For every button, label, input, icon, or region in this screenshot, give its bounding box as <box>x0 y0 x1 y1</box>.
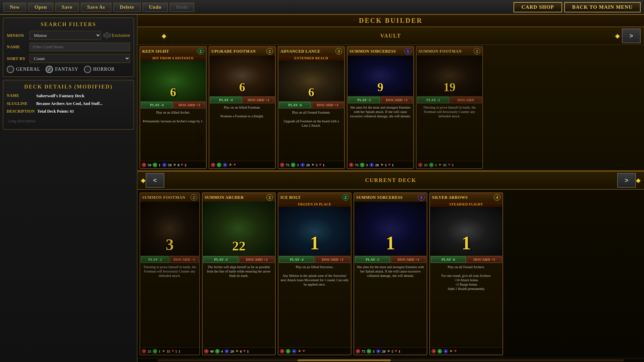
card-discard-btn-upgrade-footman[interactable]: DISCARD +2 <box>243 97 274 103</box>
deck-card-summon-footman[interactable]: Summon Footman 2 3 PLAY -2 DISCARD +2 Th… <box>140 192 200 355</box>
d-stat-20: 20 <box>230 349 234 353</box>
d-green-2: ● <box>215 349 220 354</box>
d-stat-20b: 20 <box>382 349 386 353</box>
general-label: General <box>16 67 40 72</box>
deck-card-ice-bolt[interactable]: Ice Bolt 2 Frozen In Place 1 PLAY -4 DIS… <box>278 192 352 355</box>
vault-card-upgrade-footman[interactable]: Upgrade Footman 2 6 PLAY -4 DISCARD +2 P… <box>209 46 276 169</box>
card-play-btn-summon-sorceress[interactable]: PLAY -5 <box>348 97 380 103</box>
d-stat-75b: 75 <box>362 349 365 353</box>
deck-right-gem: ◆ <box>636 177 641 184</box>
card-stats-keen-sight: ★ 50 ● 1 ◆ 50 ➤ 8 ♥ 2 <box>140 161 206 168</box>
deck-card-play-btn-summon-footman[interactable]: PLAY -2 <box>141 256 169 263</box>
stat-50b: 50 <box>168 163 172 167</box>
d-stat-35: 35 <box>167 349 170 353</box>
name-input[interactable] <box>30 43 130 51</box>
card-play-discard-advanced-lance: PLAY -6 DISCARD +3 <box>278 101 344 109</box>
saveas-button[interactable]: Save As <box>81 3 111 12</box>
minion-select[interactable]: Minion Spell Enchantment <box>30 31 101 40</box>
deck-card-discard-btn-summon-sorceress[interactable]: DISCARD +3 <box>391 256 426 263</box>
genre-row: General ✓ Fantasy Horror <box>7 66 130 73</box>
save-button[interactable]: Save <box>55 3 79 12</box>
genre-general[interactable]: General <box>7 66 40 73</box>
card-play-btn-keen-sight[interactable]: PLAY -4 <box>141 102 173 108</box>
cardshop-button[interactable]: Card Shop <box>514 2 562 12</box>
card-header-upgrade-footman: Upgrade Footman 2 <box>209 47 275 56</box>
card-play-btn-summon-footman[interactable]: PLAY -2 <box>417 97 449 103</box>
d-arrow-1: ➤ <box>162 349 165 354</box>
card-image-keen-sight: 6 <box>140 61 206 101</box>
deck-card-desc-silver-arrows: Play on all Owned Archers.For one round,… <box>430 263 502 347</box>
deck-card-play-btn-silver-arrows[interactable]: PLAY -6 <box>431 256 466 263</box>
deck-card-play-btn-summon-sorceress[interactable]: PLAY -5 <box>355 256 390 263</box>
card-discard-btn-summon-footman[interactable]: DISCARD <box>450 97 482 103</box>
deck-card-discard-btn-summon-archer[interactable]: DISCARD +2 <box>239 256 274 263</box>
deck-name-label: Name <box>7 93 34 98</box>
deck-slugline-row: Slugline Because Archers Are Cool, And S… <box>7 101 130 106</box>
d-stat-1b: 1 <box>178 349 180 353</box>
vault-card-summon-footman[interactable]: Summon Footman 2 19 PLAY -2 DISCARD Thir… <box>416 46 483 169</box>
deck-card-header-summon-archer: Summon Archer 2 <box>203 193 275 202</box>
deck-card-stats-summon-footman: ★ 25 ● 1 ➤ 35 ♥ 5 1 <box>140 347 199 355</box>
card-discard-btn-keen-sight[interactable]: DISCARD +3 <box>173 102 205 108</box>
vault-card-advanced-lance[interactable]: Advanced Lance 3 Extended Reach 6 PLAY -… <box>278 46 345 169</box>
new-button[interactable]: New <box>3 3 26 12</box>
deck-card-summon-archer[interactable]: Summon Archer 2 22 PLAY -2 DISCARD +2 Th… <box>202 192 276 355</box>
deck-card-count-summon-archer: 22 <box>232 238 246 254</box>
deck-card-desc-ice-bolt: Play on an Allied Sorceress.Any Minion i… <box>278 263 351 347</box>
deck-card-discard-btn-silver-arrows[interactable]: DISCARD +3 <box>467 256 502 263</box>
vault-header: < ◆ Vault ◆ > <box>138 27 644 45</box>
card-play-btn-upgrade-footman[interactable]: PLAY -4 <box>210 97 242 103</box>
deck-card-discard-btn-ice-bolt[interactable]: DISCARD +2 <box>315 256 350 263</box>
exclusive-button[interactable]: Exclusive <box>104 32 130 39</box>
arrow-icon-3: ➤ <box>311 162 315 167</box>
open-button[interactable]: Open <box>28 3 53 12</box>
deck-card-play-btn-summon-archer[interactable]: PLAY -2 <box>203 256 238 263</box>
undo-button[interactable]: Undo <box>143 3 168 12</box>
card-discard-btn-advanced-lance[interactable]: DISCARD +3 <box>312 102 343 108</box>
d-stat-1c: 1 <box>247 349 249 353</box>
d-fire-4: ★ <box>356 349 360 354</box>
card-name-summon-sorceress: Summon Sorceress <box>350 49 396 54</box>
vault-card-keen-sight[interactable]: Keen Sight 2 Hit From A Distance 6 PLAY … <box>140 46 207 169</box>
d-arrow-4: ➤ <box>387 349 390 354</box>
vault-card-summon-sorceress[interactable]: Summon Sorceress 5 9 PLAY -5 DISCARD +3 … <box>347 46 414 169</box>
scrollbar-thumb[interactable] <box>298 359 391 361</box>
d-stat-40: 40 <box>210 349 214 353</box>
sortby-filter-row: Sort By Count Name Cost <box>7 54 130 63</box>
backtomainmenu-button[interactable]: Back to Main Menu <box>564 2 641 12</box>
d-stat-3b: 3 <box>373 349 375 353</box>
deck-card-desc-summon-archer: The Archer will align herself as far as … <box>203 263 275 347</box>
deck-card-discard-btn-summon-footman[interactable]: DISCARD +2 <box>170 256 199 263</box>
stat-1a: 1 <box>159 163 161 167</box>
stat-5b: 5 <box>385 163 387 167</box>
card-name-summon-footman: Summon Footman <box>419 49 462 54</box>
deck-card-cost-summon-archer: 2 <box>266 194 273 201</box>
deck-card-name-summon-footman: Summon Footman <box>142 195 185 200</box>
deck-card-summon-sorceress[interactable]: Summon Sorceress 5 1 PLAY -5 DISCARD +3 … <box>354 192 427 355</box>
vault-next-button[interactable]: > <box>622 28 641 43</box>
card-header-keen-sight: Keen Sight 2 <box>140 47 206 56</box>
deck-card-subtitle-silver-arrows: Steadied Flight <box>430 202 502 207</box>
genre-fantasy[interactable]: ✓ Fantasy <box>46 66 78 73</box>
genre-horror[interactable]: Horror <box>84 66 115 73</box>
card-header-advanced-lance: Advanced Lance 3 <box>278 47 344 56</box>
d-fire-1: ★ <box>142 349 146 354</box>
d-arrow-3: ➤ <box>298 349 301 354</box>
deck-prev-button[interactable]: < <box>146 173 164 188</box>
deck-card-play-btn-ice-bolt[interactable]: PLAY -4 <box>279 256 314 263</box>
deck-card-silver-arrows[interactable]: Silver Arrows 4 Steadied Flight 1 PLAY -… <box>429 192 503 355</box>
card-stats-summon-sorceress: ★ 75 ● 3 ◆ 20 ➤ 5 ♥ 1 <box>347 161 413 168</box>
fantasy-circle: ✓ <box>46 66 53 73</box>
delete-button[interactable]: Delete <box>113 3 141 12</box>
deck-card-stats-silver-arrows: ★ ● ◆ ➤ ♥ <box>430 347 502 355</box>
card-image-summon-sorceress: 9 <box>347 56 413 96</box>
card-play-btn-advanced-lance[interactable]: PLAY -6 <box>279 102 311 108</box>
sortby-select[interactable]: Count Name Cost <box>30 54 130 63</box>
scrollbar-track[interactable] <box>158 359 624 361</box>
card-image-advanced-lance: 6 <box>278 61 344 101</box>
card-count-keen-sight: 6 <box>170 85 176 99</box>
redo-button[interactable]: Redo <box>170 3 194 12</box>
fire-icon-2: ★ <box>211 163 215 167</box>
deck-next-button[interactable]: > <box>617 173 636 188</box>
card-discard-btn-summon-sorceress[interactable]: DISCARD +3 <box>381 97 413 103</box>
